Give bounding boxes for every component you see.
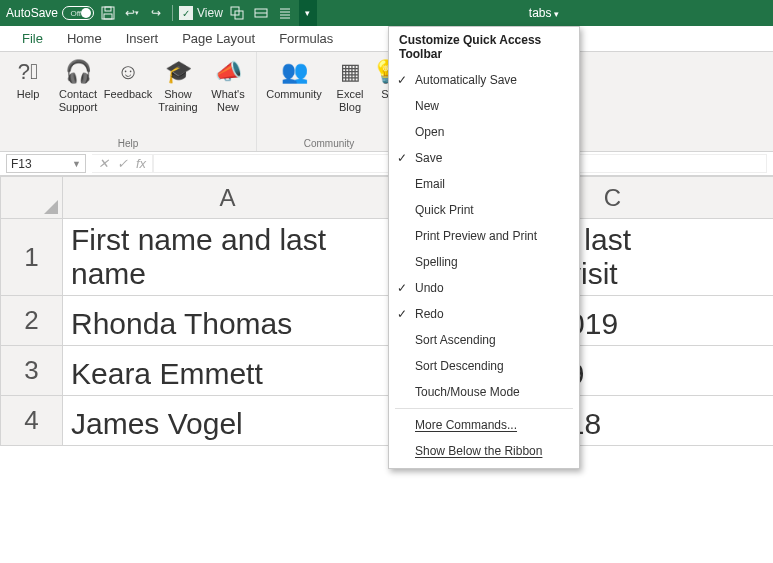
cell-a3[interactable]: Keara Emmett xyxy=(63,346,393,396)
row-header-4[interactable]: 4 xyxy=(1,396,63,446)
people-icon: 👥 xyxy=(280,58,308,86)
redo-icon[interactable]: ↪ xyxy=(146,3,166,23)
grid-icon: ▦ xyxy=(336,58,364,86)
megaphone-icon: 📣 xyxy=(214,58,242,86)
col-header-a[interactable]: A xyxy=(63,177,393,219)
cell-a1[interactable]: First name and lastname xyxy=(63,219,393,296)
checkmark-icon: ✓ xyxy=(389,307,415,321)
excel-blog-button[interactable]: ▦Excel Blog xyxy=(331,56,369,115)
cancel-icon[interactable]: ✕ xyxy=(98,156,109,171)
qat-icon-3[interactable] xyxy=(275,3,295,23)
svg-rect-1 xyxy=(105,7,111,11)
checkmark-icon: ✓ xyxy=(389,73,415,87)
menu-item-label: Show Below the Ribbon xyxy=(415,444,542,458)
sheet-table: A C 1 First name and lastname Nvi of las… xyxy=(0,176,773,446)
menu-item-label: New xyxy=(415,99,439,113)
whats-new-button[interactable]: 📣What's New xyxy=(206,56,250,115)
fx-icon[interactable]: fx xyxy=(136,156,146,171)
menu-item-label: Open xyxy=(415,125,444,139)
menu-item-label: Save xyxy=(415,151,442,165)
headset-icon: 🎧 xyxy=(64,58,92,86)
menu-item-quick-print[interactable]: Quick Print xyxy=(389,197,579,223)
menu-item-undo[interactable]: ✓Undo xyxy=(389,275,579,301)
name-box-value: F13 xyxy=(11,157,32,171)
checkmark-icon: ✓ xyxy=(389,151,415,165)
menu-item-save[interactable]: ✓Save xyxy=(389,145,579,171)
tab-formulas[interactable]: Formulas xyxy=(267,26,345,51)
chevron-down-icon: ▼ xyxy=(72,159,81,169)
tab-home[interactable]: Home xyxy=(55,26,114,51)
ribbon-group-help: ?⃝Help 🎧Contact Support ☺Feedback 🎓Show … xyxy=(0,52,257,151)
autosave-toggle[interactable]: AutoSave Off xyxy=(6,6,94,20)
view-checkbox[interactable]: ✓ View xyxy=(179,3,223,23)
cell-a4[interactable]: James Vogel xyxy=(63,396,393,446)
menu-item-more-commands[interactable]: More Commands... xyxy=(389,412,579,438)
menu-item-touch-mouse-mode[interactable]: Touch/Mouse Mode xyxy=(389,379,579,405)
name-box[interactable]: F13 ▼ xyxy=(6,154,86,173)
menu-title: Customize Quick Access Toolbar xyxy=(389,27,579,67)
menu-item-label: Quick Print xyxy=(415,203,474,217)
qat-icon-2[interactable] xyxy=(251,3,271,23)
show-training-button[interactable]: 🎓Show Training xyxy=(156,56,200,115)
menu-item-label: Automatically Save xyxy=(415,73,517,87)
toggle-state: Off xyxy=(71,9,82,18)
row-header-3[interactable]: 3 xyxy=(1,346,63,396)
menu-item-email[interactable]: Email xyxy=(389,171,579,197)
menu-item-show-below[interactable]: Show Below the Ribbon xyxy=(389,438,579,464)
toggle-knob xyxy=(81,8,91,18)
save-icon[interactable] xyxy=(98,3,118,23)
menu-separator xyxy=(395,408,573,409)
community-button[interactable]: 👥Community xyxy=(263,56,325,103)
ribbon-tabs: File Home Insert Page Layout Formulas xyxy=(0,26,773,52)
qat-separator xyxy=(172,5,173,21)
formula-bar: F13 ▼ ✕ ✓ fx xyxy=(0,152,773,176)
tab-page-layout[interactable]: Page Layout xyxy=(170,26,267,51)
menu-item-open[interactable]: Open xyxy=(389,119,579,145)
feedback-button[interactable]: ☺Feedback xyxy=(106,56,150,103)
contact-support-button[interactable]: 🎧Contact Support xyxy=(56,56,100,115)
menu-item-label: Touch/Mouse Mode xyxy=(415,385,520,399)
ribbon: ?⃝Help 🎧Contact Support ☺Feedback 🎓Show … xyxy=(0,52,773,152)
graduation-icon: 🎓 xyxy=(164,58,192,86)
menu-item-label: Undo xyxy=(415,281,444,295)
svg-rect-2 xyxy=(104,14,112,19)
titlebar: AutoSave Off ↩▾ ↪ ✓ View ▾ tabs xyxy=(0,0,773,26)
menu-item-new[interactable]: New xyxy=(389,93,579,119)
menu-item-label: Print Preview and Print xyxy=(415,229,537,243)
ribbon-group-label-community: Community xyxy=(304,138,355,149)
view-label: View xyxy=(197,6,223,20)
menu-item-label: Spelling xyxy=(415,255,458,269)
menu-item-label: Email xyxy=(415,177,445,191)
formula-controls: ✕ ✓ fx xyxy=(92,154,153,173)
toggle-switch[interactable]: Off xyxy=(62,6,94,20)
document-title[interactable]: tabs xyxy=(321,6,767,20)
menu-item-spelling[interactable]: Spelling xyxy=(389,249,579,275)
autosave-label: AutoSave xyxy=(6,6,58,20)
qat-icon-1[interactable] xyxy=(227,3,247,23)
undo-icon[interactable]: ↩▾ xyxy=(122,3,142,23)
menu-item-print-preview-and-print[interactable]: Print Preview and Print xyxy=(389,223,579,249)
confirm-icon[interactable]: ✓ xyxy=(117,156,128,171)
menu-item-automatically-save[interactable]: ✓Automatically Save xyxy=(389,67,579,93)
menu-item-sort-ascending[interactable]: Sort Ascending xyxy=(389,327,579,353)
smiley-icon: ☺ xyxy=(114,58,142,86)
qat-customize-menu: Customize Quick Access Toolbar ✓Automati… xyxy=(388,26,580,469)
tab-insert[interactable]: Insert xyxy=(114,26,171,51)
tab-file[interactable]: File xyxy=(10,26,55,51)
menu-item-label: Sort Descending xyxy=(415,359,504,373)
menu-item-label: More Commands... xyxy=(415,418,517,432)
menu-item-label: Redo xyxy=(415,307,444,321)
ribbon-group-label-help: Help xyxy=(118,138,139,149)
checkmark-icon: ✓ xyxy=(389,281,415,295)
spreadsheet-grid: A C 1 First name and lastname Nvi of las… xyxy=(0,176,773,446)
select-all-corner[interactable] xyxy=(1,177,63,219)
row-header-2[interactable]: 2 xyxy=(1,296,63,346)
cell-a2[interactable]: Rhonda Thomas xyxy=(63,296,393,346)
qat-customize-button[interactable]: ▾ xyxy=(299,0,317,26)
help-button[interactable]: ?⃝Help xyxy=(6,56,50,103)
ribbon-group-community: 👥Community ▦Excel Blog 💡S Community xyxy=(257,52,402,151)
menu-item-redo[interactable]: ✓Redo xyxy=(389,301,579,327)
menu-item-sort-descending[interactable]: Sort Descending xyxy=(389,353,579,379)
row-header-1[interactable]: 1 xyxy=(1,219,63,296)
help-icon: ?⃝ xyxy=(14,58,42,86)
